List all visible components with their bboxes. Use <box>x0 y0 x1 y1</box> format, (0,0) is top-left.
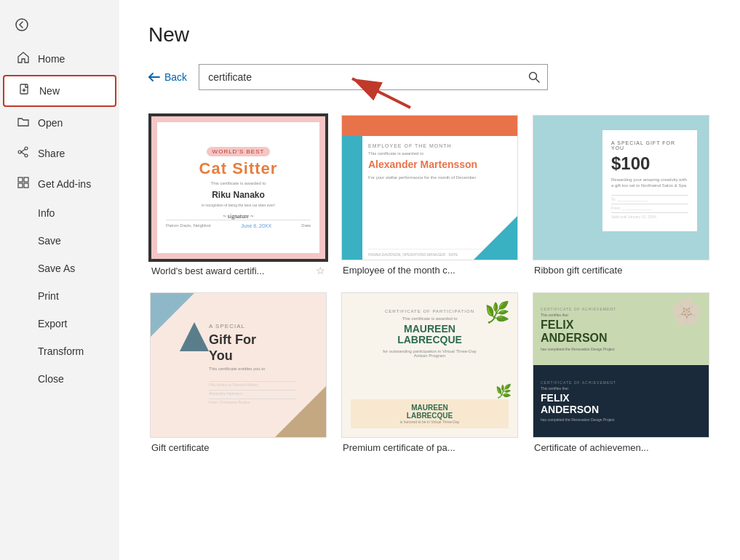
new-doc-icon <box>17 84 32 98</box>
favorite-icon-cat-sitter[interactable]: ☆ <box>316 265 325 276</box>
sidebar-info-label: Info <box>38 207 55 219</box>
template-label-row-premium: Premium certificate of pa... <box>341 438 518 455</box>
template-label-row-employee: Employee of the month c... <box>341 260 518 277</box>
template-thumb-premium: 🌿 Certificate of Participation This cert… <box>341 292 518 438</box>
sidebar-item-addins[interactable]: Get Add-ins <box>3 169 116 199</box>
template-thumb-gift: A Special Gift ForYou This certificate e… <box>150 292 327 438</box>
template-card-achievement[interactable]: Certificate of Achievement This certifie… <box>531 291 711 456</box>
template-label-employee: Employee of the month c... <box>343 265 455 276</box>
sidebar-close-label: Close <box>38 373 64 385</box>
sidebar-item-share[interactable]: Share <box>3 139 116 168</box>
template-thumb-employee-month: Employee of the Month This certificate i… <box>341 115 518 260</box>
sidebar-item-info[interactable]: Info <box>3 200 116 226</box>
template-card-ribbon[interactable]: A Special Gift For You $100 Rewarding yo… <box>531 113 711 279</box>
sidebar-item-transform[interactable]: Transform <box>3 338 116 364</box>
search-input[interactable] <box>199 71 521 83</box>
sidebar-print-label: Print <box>38 290 59 302</box>
svg-line-13 <box>536 79 540 83</box>
search-button[interactable] <box>521 65 547 89</box>
template-card-gift[interactable]: A Special Gift ForYou This certificate e… <box>148 291 328 456</box>
back-link[interactable]: Back <box>148 71 187 83</box>
template-label-cat-sitter: World's best award certifi... <box>151 265 264 276</box>
svg-point-3 <box>25 154 28 157</box>
template-label-premium: Premium certificate of pa... <box>343 442 455 453</box>
svg-point-0 <box>16 19 28 31</box>
sidebar-item-open-label: Open <box>38 117 63 129</box>
template-thumb-achievement: Certificate of Achievement This certifie… <box>533 292 709 438</box>
svg-point-4 <box>18 151 21 153</box>
template-label-row-gift: Gift certificate <box>150 438 327 455</box>
sidebar-item-save[interactable]: Save <box>3 228 116 254</box>
share-icon <box>16 146 31 161</box>
sidebar-save-as-label: Save As <box>38 263 75 274</box>
sidebar-item-new[interactable]: New <box>3 75 116 107</box>
templates-grid: World's Best Cat Sitter This certificate… <box>148 113 711 456</box>
sidebar-item-print[interactable]: Print <box>3 283 116 309</box>
svg-rect-9 <box>18 183 23 188</box>
page-title: New <box>148 23 711 47</box>
svg-line-5 <box>21 150 25 153</box>
sidebar-item-home[interactable]: Home <box>3 44 116 73</box>
search-box <box>199 64 548 90</box>
template-label-row-ribbon: Ribbon gift certificate <box>533 260 709 277</box>
sidebar: Home New Open <box>0 0 119 560</box>
sidebar-item-new-label: New <box>39 85 60 97</box>
svg-rect-8 <box>24 177 28 182</box>
template-label-achievement: Certificate of achievemen... <box>534 442 649 453</box>
sidebar-save-label: Save <box>38 235 61 247</box>
template-label-row-cat-sitter: World's best award certifi... ☆ <box>150 260 327 278</box>
sidebar-item-save-as[interactable]: Save As <box>3 255 116 281</box>
template-card-employee-month[interactable]: Employee of the Month This certificate i… <box>340 113 520 279</box>
svg-rect-10 <box>24 183 28 188</box>
addins-icon <box>16 177 31 191</box>
sidebar-item-export[interactable]: Export <box>3 311 116 337</box>
open-icon <box>16 116 31 130</box>
sidebar-transform-label: Transform <box>38 345 84 357</box>
sidebar-item-share-label: Share <box>38 148 65 159</box>
sidebar-item-home-label: Home <box>38 53 65 65</box>
template-thumb-ribbon: A Special Gift For You $100 Rewarding yo… <box>533 115 709 260</box>
template-thumb-cat-sitter: World's Best Cat Sitter This certificate… <box>150 115 327 260</box>
template-card-cat-sitter[interactable]: World's Best Cat Sitter This certificate… <box>148 113 328 279</box>
sidebar-export-label: Export <box>38 318 67 329</box>
svg-point-2 <box>25 147 28 150</box>
back-link-label: Back <box>164 71 187 83</box>
template-label-ribbon: Ribbon gift certificate <box>534 265 622 276</box>
home-icon <box>16 52 31 66</box>
template-label-gift: Gift certificate <box>151 442 209 453</box>
sidebar-item-open[interactable]: Open <box>3 108 116 137</box>
sidebar-item-close[interactable]: Close <box>3 366 116 392</box>
svg-line-6 <box>21 152 25 155</box>
main-content: New Back <box>119 0 740 560</box>
back-button[interactable] <box>9 12 35 38</box>
template-card-premium[interactable]: 🌿 Certificate of Participation This cert… <box>340 291 520 456</box>
search-row: Back <box>148 64 711 90</box>
template-label-row-achievement: Certificate of achievemen... <box>533 438 709 455</box>
sidebar-item-addins-label: Get Add-ins <box>38 178 91 190</box>
svg-rect-7 <box>18 177 23 182</box>
